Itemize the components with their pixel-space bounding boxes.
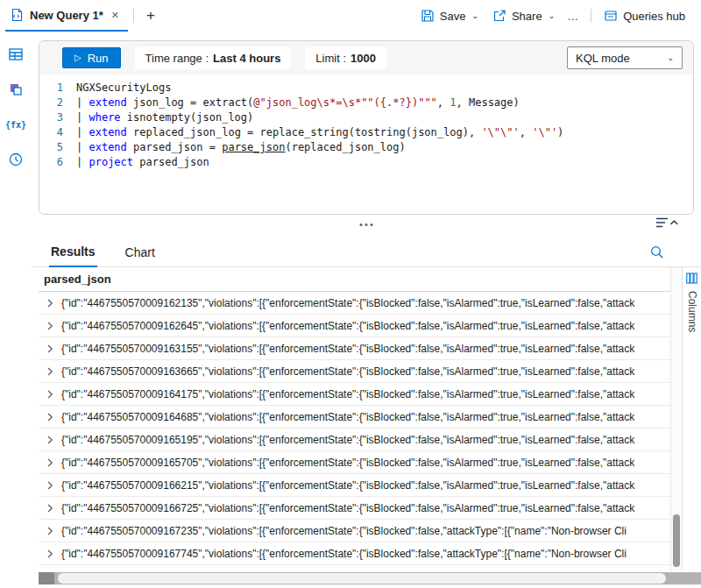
editor-line: 6| project parsed_json <box>39 155 693 170</box>
vertical-scrollbar[interactable] <box>670 267 682 570</box>
line-number: 6 <box>39 155 76 170</box>
query-toolbar: ▷ Run Time range : Last 4 hours Limit : … <box>39 41 693 74</box>
expand-row-icon[interactable] <box>39 413 61 422</box>
table-row[interactable]: {"id":"4467550570009165195","violations"… <box>39 429 670 451</box>
row-json-text: {"id":"4467550570009163155","violations"… <box>61 343 670 355</box>
sidebar-item-tables[interactable] <box>5 44 26 65</box>
row-json-text: {"id":"4467550570009164175","violations"… <box>61 388 670 400</box>
code-line: | where isnotempty(json_log) <box>76 110 253 125</box>
columns-icon <box>686 273 697 284</box>
editor-line: 5| extend parsed_json = parse_json(repla… <box>39 140 693 155</box>
topbar: New Query 1* ✕ + Save ⌄ Share ⌄ … Querie… <box>0 0 701 32</box>
expand-row-icon[interactable] <box>39 390 61 399</box>
sidebar-item-saved-queries[interactable] <box>5 79 26 100</box>
editor-results-splitter <box>32 215 701 237</box>
code-line: NGXSecurityLogs <box>76 81 171 96</box>
expand-row-icon[interactable] <box>39 504 61 513</box>
search-icon[interactable] <box>650 245 664 259</box>
time-range-value: Last 4 hours <box>213 52 280 65</box>
expand-row-icon[interactable] <box>39 367 61 376</box>
tab-title: New Query 1* <box>30 9 103 22</box>
queries-hub-button[interactable]: Queries hub <box>597 5 692 26</box>
share-button[interactable]: Share ⌄ <box>485 5 562 26</box>
line-number: 1 <box>39 81 76 96</box>
table-row[interactable]: {"id":"4467550570009162645","violations"… <box>39 315 670 337</box>
table-row[interactable]: {"id":"4467550570009165705","violations"… <box>39 451 670 474</box>
columns-panel-toggle[interactable]: Columns <box>682 267 701 570</box>
code-line: | project parsed_json <box>76 155 209 170</box>
kql-mode-select[interactable]: KQL mode ⌄ <box>567 46 683 69</box>
sidebar-item-functions[interactable]: {fx} <box>5 114 26 135</box>
limit-button[interactable]: Limit : 1000 <box>305 46 386 69</box>
run-button[interactable]: ▷ Run <box>62 47 121 68</box>
expand-row-icon[interactable] <box>39 322 61 330</box>
expand-row-icon[interactable] <box>39 458 61 467</box>
save-button[interactable]: Save ⌄ <box>414 5 485 26</box>
table-row[interactable]: {"id":"4467550570009166215","violations"… <box>39 474 670 497</box>
tab-new-query[interactable]: New Query 1* ✕ <box>5 0 128 32</box>
expand-row-icon[interactable] <box>39 481 61 490</box>
row-json-text: {"id":"4467550570009162135","violations"… <box>61 297 670 309</box>
table-row[interactable]: {"id":"4467550570009167235","violations"… <box>39 520 670 542</box>
table-row[interactable]: {"id":"4467550570009164175","violations"… <box>39 383 670 406</box>
expand-row-icon[interactable] <box>39 344 61 353</box>
horizontal-scrollbar-corner <box>39 572 54 584</box>
more-actions-button[interactable]: … <box>562 6 585 26</box>
row-json-text: {"id":"4467550570009165705","violations"… <box>61 457 670 469</box>
limit-value: 1000 <box>350 52 376 65</box>
expand-row-icon[interactable] <box>39 549 61 558</box>
columns-panel-label: Columns <box>686 291 698 332</box>
left-rail: {fx} <box>0 32 32 588</box>
table-row[interactable]: {"id":"4467550570009166725","violations"… <box>39 497 670 520</box>
collapse-editor-icon[interactable] <box>655 216 678 229</box>
sidebar-item-query-history[interactable] <box>5 149 26 170</box>
shell: {fx} ▷ Run Time range : Last 4 hours Li <box>0 32 701 588</box>
expand-row-icon[interactable] <box>39 299 61 308</box>
row-json-text: {"id":"4467550570009166215","violations"… <box>61 479 670 492</box>
column-header-label: parsed_json <box>44 273 111 286</box>
horizontal-scrollbar-thumb[interactable] <box>58 573 666 584</box>
grid-rows: {"id":"4467550570009162135","violations"… <box>39 292 670 565</box>
chevron-down-icon: ⌄ <box>549 11 556 20</box>
tables-icon <box>8 46 24 62</box>
save-label: Save <box>440 10 466 23</box>
results-grid-wrap: parsed_json {"id":"4467550570009162135",… <box>32 267 701 570</box>
query-editor[interactable]: 1NGXSecurityLogs2| extend json_log = ext… <box>39 74 693 214</box>
tab-results[interactable]: Results <box>49 244 97 267</box>
expand-row-icon[interactable] <box>39 436 61 444</box>
line-number: 3 <box>39 110 76 125</box>
row-json-text: {"id":"4467550570009162645","violations"… <box>61 320 670 332</box>
table-row[interactable]: {"id":"4467550570009164685","violations"… <box>39 406 670 429</box>
kql-mode-label: KQL mode <box>576 52 630 65</box>
table-row[interactable]: {"id":"4467550570009163155","violations"… <box>39 337 670 360</box>
line-number: 2 <box>39 96 76 110</box>
query-editor-card: ▷ Run Time range : Last 4 hours Limit : … <box>39 40 694 215</box>
row-json-text: {"id":"4467550570009163665","violations"… <box>61 365 670 378</box>
horizontal-scrollbar[interactable] <box>39 572 701 584</box>
resize-handle-icon[interactable] <box>360 223 373 226</box>
row-json-text: {"id":"4467550570009166725","violations"… <box>61 502 670 514</box>
expand-row-icon[interactable] <box>39 527 61 535</box>
editor-line: 1NGXSecurityLogs <box>39 81 693 96</box>
time-range-label: Time range : <box>145 52 209 65</box>
column-header[interactable]: parsed_json <box>39 267 670 292</box>
code-line: | extend parsed_json = parse_json(replac… <box>76 140 406 155</box>
close-tab-icon[interactable]: ✕ <box>111 10 119 21</box>
line-number: 5 <box>39 140 76 155</box>
tab-divider <box>133 9 134 23</box>
table-row[interactable]: {"id":"4467550570009163665","violations"… <box>39 360 670 383</box>
row-json-text: {"id":"4467550570009164685","violations"… <box>61 411 670 423</box>
queries-hub-icon <box>604 9 618 23</box>
vertical-scrollbar-thumb[interactable] <box>673 514 680 567</box>
tab-chart[interactable]: Chart <box>124 245 157 266</box>
code-line: | extend replaced_json_log = replace_str… <box>76 125 563 140</box>
time-range-button[interactable]: Time range : Last 4 hours <box>135 46 292 69</box>
history-clock-icon <box>8 152 24 167</box>
main-area: ▷ Run Time range : Last 4 hours Limit : … <box>32 32 701 588</box>
table-row[interactable]: {"id":"4467550570009162135","violations"… <box>39 292 670 315</box>
limit-label: Limit : <box>315 52 346 65</box>
new-tab-button[interactable]: + <box>139 7 162 25</box>
results-panel: Results Chart parsed_json {"id":"4467550… <box>32 237 701 584</box>
editor-line: 4| extend replaced_json_log = replace_st… <box>39 125 693 140</box>
table-row[interactable]: {"id":"4467550570009167745","violations"… <box>39 542 670 565</box>
